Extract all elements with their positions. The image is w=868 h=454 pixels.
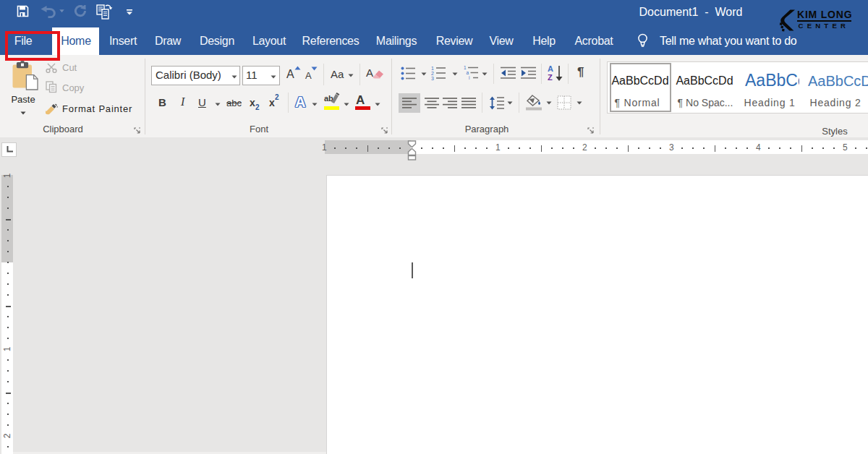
svg-text:KIM LONG: KIM LONG [797, 9, 852, 20]
svg-text:1: 1 [464, 65, 467, 70]
svg-text:1: 1 [431, 66, 434, 71]
svg-text:2: 2 [431, 71, 434, 76]
svg-text:i: i [469, 75, 469, 80]
svg-text:3: 3 [431, 76, 434, 81]
svg-text:a: a [467, 70, 469, 75]
svg-text:CENTER: CENTER [799, 22, 850, 30]
